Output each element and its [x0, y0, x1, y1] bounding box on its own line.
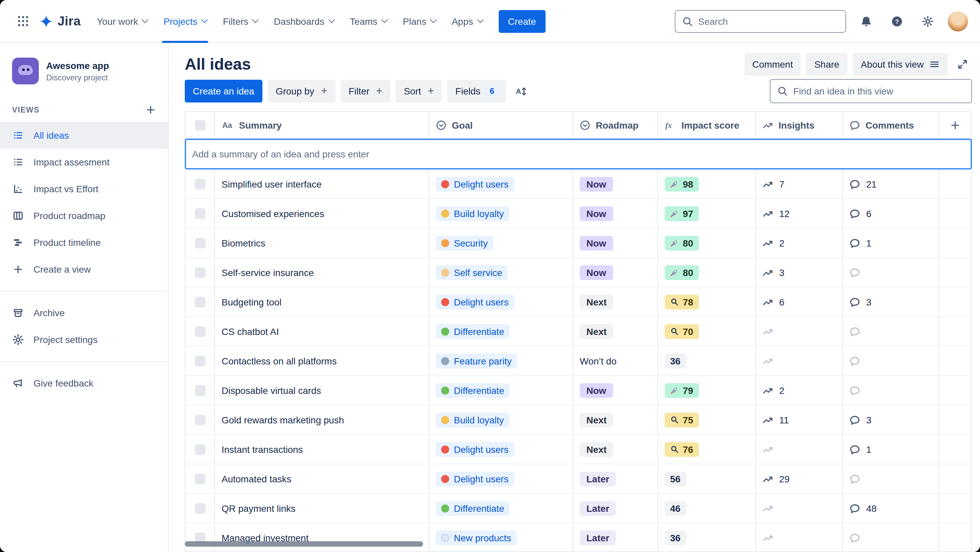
sidebar-item-project-settings[interactable]: Project settings: [0, 326, 168, 353]
user-avatar[interactable]: [948, 11, 968, 31]
nav-item-your-work[interactable]: Your work: [89, 0, 156, 43]
comment-button[interactable]: Comment: [745, 53, 801, 76]
idea-row[interactable]: Simplified user interfaceDelight usersNo…: [185, 169, 971, 199]
nav-item-plans[interactable]: Plans: [395, 0, 444, 43]
roadmap-chip[interactable]: Now: [580, 383, 613, 397]
idea-row[interactable]: CS chatbot AIDifferentiateNext70: [185, 317, 971, 346]
insights-cell[interactable]: 6: [756, 287, 843, 316]
help-icon[interactable]: ?: [886, 10, 908, 32]
row-checkbox[interactable]: [194, 179, 205, 189]
create-button[interactable]: Create: [499, 10, 546, 32]
goal-chip[interactable]: Differentiate: [436, 383, 509, 397]
find-idea-search[interactable]: [770, 79, 972, 103]
impact-score-chip[interactable]: 36: [665, 530, 686, 545]
idea-row[interactable]: Customised experiencesBuild loyaltyNow97…: [185, 199, 971, 228]
fields-button[interactable]: Fields6: [447, 80, 506, 102]
insights-cell[interactable]: 12: [756, 199, 843, 228]
sidebar-item-product-roadmap[interactable]: Product roadmap: [0, 202, 168, 229]
add-idea-row[interactable]: [185, 139, 972, 169]
row-checkbox[interactable]: [194, 267, 205, 278]
sort-button[interactable]: Sort+: [396, 80, 442, 102]
roadmap-chip[interactable]: Now: [580, 265, 613, 280]
row-checkbox[interactable]: [194, 208, 205, 219]
goal-chip[interactable]: Delight users: [436, 294, 514, 309]
row-checkbox[interactable]: [194, 503, 205, 514]
impact-score-chip[interactable]: 80: [665, 265, 698, 280]
insights-cell[interactable]: 29: [756, 464, 843, 493]
impact-score-chip[interactable]: 46: [665, 501, 686, 515]
nav-item-apps[interactable]: Apps: [444, 0, 491, 43]
sidebar-item-impact-assesment[interactable]: Impact assesment: [0, 149, 168, 175]
idea-row[interactable]: Contactless on all platformsFeature pari…: [185, 346, 971, 376]
add-idea-input[interactable]: [192, 149, 965, 160]
about-view-button[interactable]: About this view: [853, 53, 948, 76]
group-by-button[interactable]: Group by+: [268, 80, 336, 102]
impact-score-chip[interactable]: 98: [665, 177, 698, 191]
column-header-impact[interactable]: fxImpact score: [658, 112, 756, 138]
column-header-insights[interactable]: Insights: [756, 112, 843, 138]
roadmap-chip[interactable]: Later: [580, 471, 616, 486]
sort-alphabetical-icon[interactable]: A: [512, 83, 531, 99]
row-checkbox[interactable]: [194, 238, 205, 248]
column-header-roadmap[interactable]: Roadmap: [573, 112, 658, 138]
row-checkbox[interactable]: [194, 356, 205, 366]
sidebar-item-give-feedback[interactable]: Give feedback: [0, 370, 168, 397]
impact-score-chip[interactable]: 79: [665, 383, 698, 397]
idea-row[interactable]: QR payment linksDifferentiateLater4648: [185, 494, 971, 523]
add-column-button[interactable]: [939, 112, 971, 138]
insights-cell[interactable]: 2: [756, 376, 843, 405]
global-search[interactable]: [675, 10, 846, 32]
goal-chip[interactable]: Self service: [436, 265, 508, 280]
roadmap-chip[interactable]: Won’t do: [580, 356, 617, 366]
roadmap-chip[interactable]: Later: [580, 501, 616, 515]
goal-chip[interactable]: Differentiate: [436, 501, 509, 515]
roadmap-chip[interactable]: Now: [580, 206, 613, 221]
comments-cell[interactable]: [843, 346, 939, 375]
idea-row[interactable]: Disposable virtual cardsDifferentiateNow…: [185, 376, 971, 405]
app-switcher-button[interactable]: [12, 10, 33, 32]
roadmap-chip[interactable]: Next: [580, 294, 614, 309]
comments-cell[interactable]: 6: [843, 199, 939, 228]
comments-cell[interactable]: 1: [843, 435, 939, 464]
comments-cell[interactable]: [843, 258, 939, 287]
impact-score-chip[interactable]: 78: [665, 294, 698, 309]
impact-score-chip[interactable]: 36: [665, 353, 686, 368]
roadmap-chip[interactable]: Next: [580, 442, 614, 456]
sidebar-item-create-a-view[interactable]: Create a view: [0, 256, 168, 283]
insights-cell[interactable]: 7: [756, 169, 843, 198]
insights-cell[interactable]: 11: [756, 405, 843, 434]
impact-score-chip[interactable]: 76: [665, 442, 698, 456]
goal-chip[interactable]: Build loyalty: [436, 412, 509, 427]
column-header-comments[interactable]: Comments: [843, 112, 939, 138]
sidebar-item-product-timeline[interactable]: Product timeline: [0, 229, 168, 256]
idea-row[interactable]: Gold rewards marketing pushBuild loyalty…: [185, 405, 971, 435]
insights-cell[interactable]: [756, 435, 843, 464]
jira-logo[interactable]: Jira: [35, 14, 88, 29]
goal-chip[interactable]: Build loyalty: [436, 206, 509, 221]
idea-row[interactable]: Instant transactionsDelight usersNext761: [185, 435, 971, 464]
insights-cell[interactable]: [756, 317, 843, 346]
select-all-checkbox[interactable]: [194, 120, 205, 130]
comments-cell[interactable]: 21: [843, 169, 939, 198]
comments-cell[interactable]: 48: [843, 494, 939, 523]
row-checkbox[interactable]: [194, 444, 205, 455]
comments-cell[interactable]: [843, 376, 939, 405]
row-checkbox[interactable]: [194, 385, 205, 396]
impact-score-chip[interactable]: 75: [665, 412, 698, 427]
row-checkbox[interactable]: [194, 326, 205, 337]
insights-cell[interactable]: [756, 523, 843, 552]
comments-cell[interactable]: 3: [843, 287, 939, 316]
insights-cell[interactable]: 3: [756, 258, 843, 287]
column-header-summary[interactable]: AaSummary: [215, 112, 429, 138]
share-button[interactable]: Share: [806, 53, 848, 76]
idea-row[interactable]: Self-service insuranceSelf serviceNow803: [185, 258, 971, 287]
goal-chip[interactable]: New products: [436, 530, 517, 545]
impact-score-chip[interactable]: 80: [665, 236, 698, 250]
impact-score-chip[interactable]: 70: [665, 324, 698, 339]
filter-button[interactable]: Filter+: [341, 80, 391, 102]
row-checkbox[interactable]: [194, 414, 205, 425]
nav-item-dashboards[interactable]: Dashboards: [266, 0, 342, 43]
goal-chip[interactable]: Delight users: [436, 177, 514, 191]
notifications-icon[interactable]: [856, 10, 877, 32]
nav-item-projects[interactable]: Projects: [156, 0, 215, 43]
